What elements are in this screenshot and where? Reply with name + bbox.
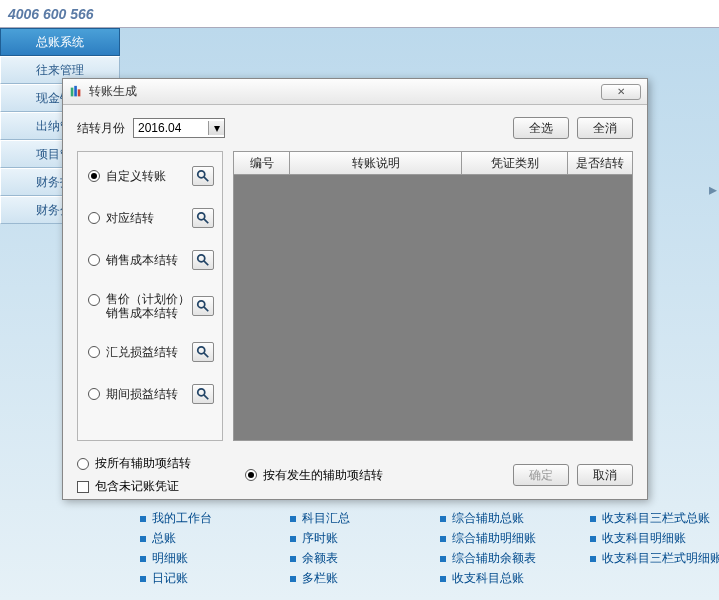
month-value: 2016.04 (138, 121, 181, 135)
close-button[interactable]: ✕ (601, 84, 641, 100)
svg-line-10 (204, 307, 208, 311)
radio-period-profit[interactable] (88, 388, 100, 400)
svg-point-7 (198, 255, 205, 262)
radio-label: 对应结转 (106, 211, 154, 225)
footer-link[interactable]: 综合辅助余额表 (440, 548, 590, 568)
lookup-button[interactable] (192, 208, 214, 228)
sidebar-item-general-ledger[interactable]: 总账系统 (0, 28, 120, 56)
footer-link[interactable]: 我的工作台 (140, 508, 290, 528)
footer-link[interactable]: 明细账 (140, 548, 290, 568)
dialog-titlebar: 转账生成 ✕ (63, 79, 647, 105)
svg-rect-2 (78, 89, 81, 96)
transfer-type-panel: 自定义转账 对应结转 销售成本结转 售价（计划价） 销售成本结转 (77, 151, 223, 441)
th-desc[interactable]: 转账说明 (289, 151, 461, 175)
lookup-button[interactable] (192, 384, 214, 404)
select-none-button[interactable]: 全消 (577, 117, 633, 139)
th-carryover[interactable]: 是否结转 (567, 151, 633, 175)
footer-link[interactable]: 总账 (140, 528, 290, 548)
checkbox-label: 包含未记账凭证 (95, 478, 179, 495)
footer-link[interactable]: 综合辅助总账 (440, 508, 590, 528)
svg-point-11 (198, 347, 205, 354)
expand-arrow-icon[interactable]: ▸ (709, 180, 717, 199)
radio-label: 按所有辅助项结转 (95, 455, 191, 472)
footer-link[interactable]: 日记账 (140, 568, 290, 588)
radio-label: 自定义转账 (106, 169, 166, 183)
dialog-title: 转账生成 (89, 83, 601, 100)
radio-corresponding[interactable] (88, 212, 100, 224)
footer-link[interactable]: 收支科目明细账 (590, 528, 719, 548)
svg-line-14 (204, 395, 208, 399)
svg-line-4 (204, 177, 208, 181)
svg-line-6 (204, 219, 208, 223)
lookup-button[interactable] (192, 342, 214, 362)
transfer-dialog: 转账生成 ✕ 结转月份 2016.04 ▾ 全选 全消 自定义转账 (62, 78, 648, 500)
footer-link[interactable]: 收支科目总账 (440, 568, 590, 588)
radio-occurred-aux[interactable] (245, 469, 257, 481)
th-id[interactable]: 编号 (233, 151, 289, 175)
cancel-button[interactable]: 取消 (577, 464, 633, 486)
svg-line-12 (204, 353, 208, 357)
footer-link[interactable]: 序时账 (290, 528, 440, 548)
table-body-empty (233, 175, 633, 441)
footer-link[interactable]: 收支科目三栏式明细账 (590, 548, 719, 568)
radio-label: 售价（计划价） 销售成本结转 (106, 292, 190, 320)
svg-point-3 (198, 171, 205, 178)
th-voucher-type[interactable]: 凭证类别 (461, 151, 567, 175)
svg-rect-0 (71, 87, 74, 96)
radio-sales-cost[interactable] (88, 254, 100, 266)
svg-point-13 (198, 389, 205, 396)
lookup-button[interactable] (192, 166, 214, 186)
footer-link[interactable]: 综合辅助明细账 (440, 528, 590, 548)
svg-point-5 (198, 213, 205, 220)
footer-link[interactable]: 多栏账 (290, 568, 440, 588)
radio-plan-price[interactable] (88, 294, 100, 306)
chevron-down-icon: ▾ (208, 121, 224, 135)
radio-exchange[interactable] (88, 346, 100, 358)
svg-point-9 (198, 301, 205, 308)
top-phone: 4006 600 566 (0, 0, 719, 28)
svg-line-8 (204, 261, 208, 265)
app-icon (69, 85, 83, 99)
footer-link[interactable]: 收支科目三栏式总账 (590, 508, 719, 528)
ok-button[interactable]: 确定 (513, 464, 569, 486)
select-all-button[interactable]: 全选 (513, 117, 569, 139)
footer-links: 我的工作台 总账 明细账 日记账 科目汇总 序时账 余额表 多栏账 综合辅助总账… (140, 508, 719, 588)
radio-label: 按有发生的辅助项结转 (263, 467, 383, 484)
lookup-button[interactable] (192, 250, 214, 270)
result-table: 编号 转账说明 凭证类别 是否结转 (233, 151, 633, 441)
radio-custom-transfer[interactable] (88, 170, 100, 182)
month-combo[interactable]: 2016.04 ▾ (133, 118, 225, 138)
radio-all-aux[interactable] (77, 458, 89, 470)
lookup-button[interactable] (192, 296, 214, 316)
svg-rect-1 (74, 85, 77, 96)
month-label: 结转月份 (77, 120, 125, 137)
footer-link[interactable]: 科目汇总 (290, 508, 440, 528)
checkbox-unposted[interactable] (77, 481, 89, 493)
radio-label: 汇兑损益结转 (106, 345, 178, 359)
radio-label: 期间损益结转 (106, 387, 178, 401)
footer-link[interactable]: 余额表 (290, 548, 440, 568)
radio-label: 销售成本结转 (106, 253, 178, 267)
